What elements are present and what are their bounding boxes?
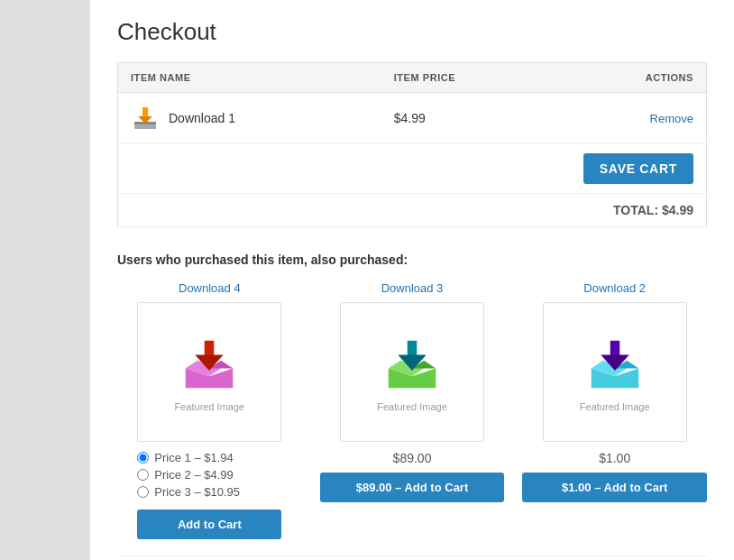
product-title-download2[interactable]: Download 2 [583, 281, 646, 295]
download2-icon [583, 333, 647, 396]
total-label: TOTAL: $4.99 [613, 203, 693, 217]
add-to-cart-download3[interactable]: $89.00 – Add to Cart [320, 473, 505, 502]
svg-rect-7 [205, 340, 215, 356]
item-name: Download 1 [169, 111, 235, 125]
product-image-download4: Featured Image [137, 302, 281, 442]
product-card-download4: Download 4 Feature [117, 281, 302, 539]
add-to-cart-download4[interactable]: Add to Cart [137, 510, 281, 539]
also-purchased-title: Users who purchased this item, also purc… [117, 252, 707, 267]
add-to-cart-download2[interactable]: $1.00 – Add to Cart [522, 473, 707, 502]
discount-row: Have a discount code? Click to enter it [117, 555, 707, 560]
product-price-download3: $89.00 [393, 451, 432, 465]
product-card-download3: Download 3 Featured Image $89.00 [320, 281, 505, 539]
product-image-label-download3: Featured Image [377, 401, 447, 412]
price-option-1[interactable]: Price 1 – $1.94 [137, 451, 281, 464]
checkout-table: Item Name Item Price Actions [117, 62, 707, 227]
table-row: Download 1 $4.99 Remove [118, 93, 707, 144]
download3-icon [381, 333, 444, 396]
item-price: $4.99 [381, 93, 557, 144]
product-image-label-download4: Featured Image [175, 401, 245, 412]
product-title-download3[interactable]: Download 3 [381, 281, 444, 295]
svg-rect-12 [408, 340, 417, 356]
save-cart-row: SAVE CART [118, 144, 707, 194]
download4-icon [178, 333, 241, 396]
col-item-name: Item Name [118, 63, 381, 93]
product-image-download3: Featured Image [340, 302, 484, 442]
item-icon [131, 104, 160, 133]
price-options-download4: Price 1 – $1.94 Price 2 – $4.99 Price 3 … [137, 451, 281, 502]
product-image-label-download2: Featured Image [580, 401, 650, 412]
price-option-2[interactable]: Price 2 – $4.99 [137, 468, 281, 482]
main-content: Checkout Item Name Item Price Actions [90, 0, 734, 560]
col-item-price: Item Price [381, 63, 557, 93]
total-row: TOTAL: $4.99 [118, 194, 707, 227]
sidebar [0, 0, 90, 560]
save-cart-button[interactable]: SAVE CART [583, 153, 693, 184]
price-option-3[interactable]: Price 3 – $10.95 [137, 485, 281, 499]
col-actions: Actions [557, 63, 707, 93]
remove-link[interactable]: Remove [650, 112, 693, 125]
product-title-download4[interactable]: Download 4 [179, 281, 241, 295]
product-card-download2: Download 2 Featured Image $1.00 [522, 281, 707, 539]
also-purchased-section: Users who purchased this item, also purc… [117, 252, 707, 560]
page-title: Checkout [117, 18, 707, 46]
product-image-download2: Featured Image [543, 302, 687, 442]
svg-rect-17 [610, 340, 619, 356]
product-price-download2: $1.00 [599, 451, 630, 465]
products-grid: Download 4 Feature [117, 281, 707, 539]
